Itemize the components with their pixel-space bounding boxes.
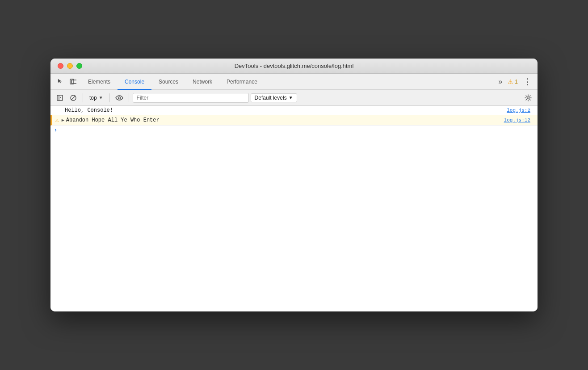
eager-eval-button[interactable]: [113, 92, 125, 104]
more-tabs-button[interactable]: »: [496, 76, 505, 88]
console-log-line: Hello, Console! log.js:2: [50, 106, 538, 115]
tab-performance[interactable]: Performance: [219, 74, 265, 90]
toolbar-divider-1: [83, 93, 83, 102]
settings-button[interactable]: [522, 92, 534, 104]
console-output: Hello, Console! log.js:2 ⚠ ▶ Abandon Hop…: [50, 106, 538, 311]
svg-marker-4: [60, 97, 61, 98]
context-selector[interactable]: top ▼: [87, 94, 106, 102]
expand-arrow-icon[interactable]: ▶: [62, 118, 64, 123]
log-message-1: Hello, Console!: [65, 107, 507, 114]
minimize-button[interactable]: [67, 63, 73, 69]
sidebar-toggle-button[interactable]: [54, 92, 66, 104]
clear-console-button[interactable]: [67, 92, 79, 104]
filter-input[interactable]: [133, 93, 249, 103]
tab-network[interactable]: Network: [185, 74, 219, 90]
warning-badge-icon: ⚠: [508, 78, 513, 85]
toolbar-divider-2: [109, 93, 110, 102]
svg-point-8: [527, 97, 529, 99]
svg-point-7: [118, 97, 120, 99]
tabs-right-group: » ⚠ 1 ⋮: [496, 76, 534, 88]
kebab-menu-button[interactable]: ⋮: [521, 77, 534, 87]
device-toggle-button[interactable]: [67, 76, 79, 88]
console-toolbar: top ▼ Default levels ▼: [50, 90, 538, 106]
log-ref-1[interactable]: log.js:2: [507, 108, 534, 113]
devtools-icons: [54, 76, 79, 88]
prompt-chevron-icon: ›: [54, 127, 57, 134]
console-warning-line: ⚠ ▶ Abandon Hope All Ye Who Enter log.js…: [50, 115, 538, 126]
warning-triangle-icon: ⚠: [55, 117, 59, 124]
tab-sources[interactable]: Sources: [151, 74, 185, 90]
title-bar: DevTools - devtools.glitch.me/console/lo…: [50, 59, 538, 74]
log-message-2: Abandon Hope All Ye Who Enter: [66, 117, 504, 123]
tab-elements[interactable]: Elements: [81, 74, 118, 90]
log-levels-button[interactable]: Default levels ▼: [251, 93, 297, 102]
warning-badge[interactable]: ⚠ 1: [508, 78, 518, 85]
svg-line-6: [71, 96, 76, 100]
window-title: DevTools - devtools.glitch.me/console/lo…: [235, 63, 354, 69]
maximize-button[interactable]: [76, 63, 82, 69]
tabs-bar: Elements Console Sources Network Perform…: [50, 74, 538, 90]
inspect-icon-button[interactable]: [54, 76, 67, 88]
log-ref-2[interactable]: log.js:12: [504, 118, 534, 123]
traffic-lights: [58, 63, 82, 69]
toolbar-divider-3: [129, 93, 129, 102]
cursor: [61, 127, 61, 134]
devtools-window: DevTools - devtools.glitch.me/console/lo…: [50, 59, 538, 311]
tab-console[interactable]: Console: [118, 74, 151, 90]
close-button[interactable]: [58, 63, 63, 69]
console-input-line[interactable]: ›: [50, 126, 538, 135]
svg-rect-2: [57, 95, 63, 101]
